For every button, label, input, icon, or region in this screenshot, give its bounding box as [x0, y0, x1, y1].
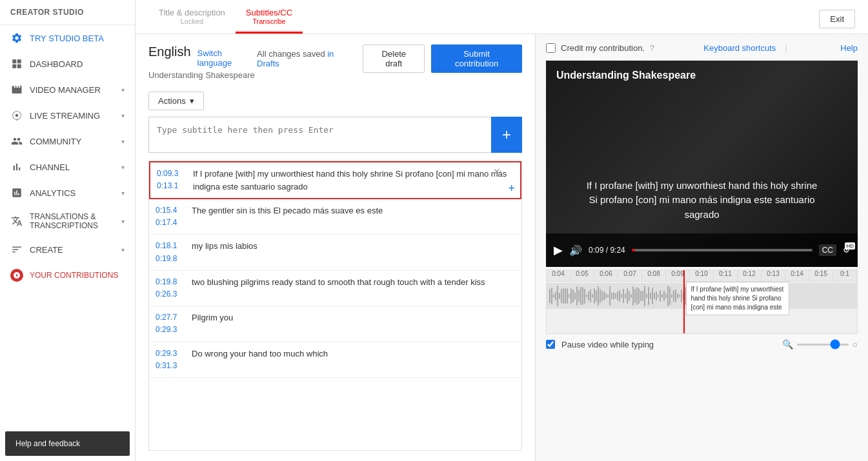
sidebar-item-community[interactable]: COMMUNITY ▾ [0, 128, 135, 154]
waveform-bar [572, 289, 574, 302]
sidebar-item-channel[interactable]: CHANNEL ▾ [0, 154, 135, 180]
waveform-bar [679, 295, 680, 298]
contributions-icon [10, 269, 23, 282]
waveform-bar [673, 290, 674, 301]
timeline-area: 0:04 0:05 0:06 0:07 0:08 0:09 0:10 0:11 … [546, 270, 858, 334]
subtitle-text: The gentler sin is this El pecado más su… [192, 204, 515, 217]
actions-label: Actions [158, 96, 186, 106]
language-title: English [148, 44, 191, 59]
sidebar-item-create[interactable]: CREATE ▾ [0, 237, 135, 262]
waveform-bar [600, 289, 601, 303]
switch-language-link[interactable]: Switch language [197, 48, 257, 68]
waveform-bar [559, 293, 560, 299]
subtitle-time: 0:29.3 0:31.3 [156, 348, 184, 372]
waveform-bar [584, 289, 585, 304]
waveform-bar [590, 289, 591, 302]
subtitle-text: Do wrong your hand too much which [192, 348, 515, 360]
waveform-bar [621, 294, 622, 299]
video-player: Understanding Shakespeare If I profane [… [546, 61, 858, 267]
add-entry-icon[interactable]: + [508, 182, 515, 195]
delete-draft-button[interactable]: Delete draft [363, 44, 425, 73]
waveform-bar [619, 290, 620, 302]
exit-area: Exit [819, 5, 855, 34]
waveform-bar [567, 288, 568, 304]
film-icon [10, 83, 23, 96]
close-entry-icon[interactable]: ✕ [493, 166, 501, 177]
pause-label: Pause video while typing [561, 340, 654, 349]
table-row[interactable]: 0:19.8 0:26.3 two blushing pilgrims read… [149, 271, 521, 306]
tab-title-description[interactable]: Title & description Locked [148, 0, 236, 34]
tab-subtitles-cc-subtitle: Transcribe [246, 17, 292, 25]
keyboard-shortcuts-link[interactable]: Keyboard shortcuts [703, 43, 776, 53]
sidebar: CREATOR STUDIO TRY STUDIO BETA DASHBOARD… [0, 0, 136, 461]
sidebar-item-video-manager[interactable]: VIDEO MANAGER ▾ [0, 77, 135, 103]
waveform-bar [603, 291, 605, 301]
table-row[interactable]: 0:15.4 0:17.4 The gentler sin is this El… [149, 199, 521, 235]
sidebar-item-try-studio-beta[interactable]: TRY STUDIO BETA [0, 25, 135, 51]
sidebar-item-translations[interactable]: TRANSLATIONS & TRANSCRIPTIONS ▾ [0, 206, 135, 237]
waveform-bar [663, 291, 665, 301]
tab-subtitles-cc[interactable]: Subtitles/CC Transcribe [236, 0, 303, 34]
settings-icon[interactable]: ⚙ HD [843, 246, 850, 255]
credit-checkbox[interactable] [546, 43, 556, 53]
waveform-bar [658, 295, 659, 297]
zoom-circle-icon[interactable]: ○ [853, 339, 858, 349]
waveform-bar [555, 291, 556, 301]
timeline-ruler: 0:04 0:05 0:06 0:07 0:08 0:09 0:10 0:11 … [547, 270, 857, 282]
draft-bar: All changes saved in Drafts Delete draft… [257, 44, 522, 73]
analytics-icon [10, 186, 23, 199]
waveform-bar [632, 286, 634, 306]
table-row[interactable]: 0:18.1 0:19.8 my lips mis labios [149, 235, 521, 270]
subtitle-line-2: Si profano [con] mi mano más indigna est… [561, 193, 842, 208]
waveform-bar [551, 288, 552, 305]
table-row[interactable]: 0:27.7 0:29.3 Pilgrim you [149, 306, 521, 342]
video-title-overlay: Understanding Shakespeare [556, 70, 696, 81]
cc-button[interactable]: CC [819, 244, 836, 256]
subtitle-line-3: sagrado [561, 208, 842, 222]
waveform-bar [615, 293, 616, 299]
timeline-tick: 0:05 [570, 270, 594, 281]
help-feedback-button[interactable]: Help and feedback [5, 431, 130, 456]
waveform-bar [582, 287, 583, 305]
help-link[interactable]: Help [840, 43, 858, 53]
sidebar-logo: CREATOR STUDIO [0, 0, 135, 25]
waveform-bar [652, 288, 653, 305]
tab-title-desc-label: Title & description [159, 8, 225, 17]
waveform-bar [675, 289, 676, 302]
volume-icon[interactable]: 🔊 [569, 244, 582, 257]
sidebar-item-live-streaming[interactable]: LIVE STREAMING ▾ [0, 103, 135, 128]
waveform-bar [671, 294, 672, 299]
waveform-bar [648, 287, 649, 305]
submit-contribution-button[interactable]: Submit contribution [431, 44, 522, 73]
actions-button[interactable]: Actions ▾ [148, 92, 204, 110]
sidebar-item-analytics[interactable]: ANALYTICS ▾ [0, 180, 135, 206]
waveform-bar [557, 286, 558, 306]
table-row[interactable]: 0:09.3 0:13.1 If I profane [with] my unw… [149, 161, 521, 199]
playhead-marker[interactable] [683, 270, 685, 333]
subtitle-time: 0:27.7 0:29.3 [156, 311, 184, 336]
help-circle-icon[interactable]: ? [650, 44, 654, 53]
waveform-bar [578, 289, 580, 302]
waveform-bar [613, 292, 614, 300]
play-button[interactable]: ▶ [554, 243, 563, 257]
create-icon [10, 243, 23, 256]
zoom-slider[interactable] [797, 344, 849, 346]
subtitle-input[interactable] [148, 117, 491, 153]
progress-fill [632, 249, 636, 251]
timeline-tick: 0:06 [594, 270, 618, 281]
sidebar-item-label-translations: TRANSLATIONS & TRANSCRIPTIONS [30, 212, 115, 230]
waveform-bar [650, 293, 651, 299]
progress-bar[interactable] [632, 249, 812, 251]
waveform-bar [660, 290, 661, 302]
zoom-out-icon[interactable]: 🔍 [782, 339, 793, 349]
sidebar-item-dashboard[interactable]: DASHBOARD [0, 51, 135, 77]
credit-label: Credit my contribution. [561, 43, 645, 53]
pause-checkbox[interactable] [546, 340, 555, 349]
exit-button[interactable]: Exit [819, 10, 855, 28]
add-subtitle-button[interactable]: + [491, 117, 522, 153]
table-row[interactable]: 0:29.3 0:31.3 Do wrong your hand too muc… [149, 342, 521, 378]
sidebar-item-your-contributions[interactable]: YOUR CONTRIBUTIONS [0, 262, 135, 288]
timeline-tick: 0:10 [690, 270, 714, 281]
waveform-bar [588, 291, 589, 301]
chevron-down-icon: ▾ [121, 164, 125, 171]
